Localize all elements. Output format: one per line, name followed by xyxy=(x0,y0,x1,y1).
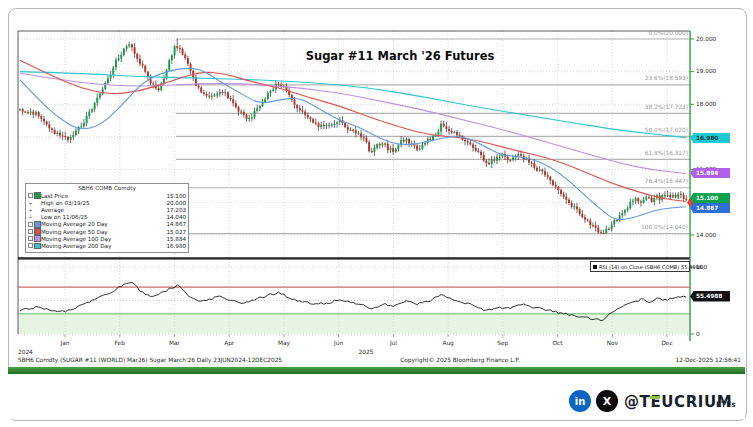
legend-label: Moving Average 100 Day xyxy=(41,236,166,242)
candle-body xyxy=(629,202,631,208)
candle-body xyxy=(563,194,565,197)
candle-body xyxy=(240,112,242,113)
candle-body xyxy=(405,139,407,141)
candle-body xyxy=(403,140,405,141)
linkedin-icon[interactable]: in xyxy=(569,390,591,412)
candle-body xyxy=(19,109,21,110)
candle-body xyxy=(571,203,573,207)
candle-body xyxy=(616,220,618,221)
y-tick-label: 14.000 xyxy=(696,232,716,239)
candle-body xyxy=(184,55,186,58)
candle-body xyxy=(270,91,272,93)
candle-body xyxy=(187,58,189,64)
ma-color-swatch-icon xyxy=(28,243,41,250)
candle-body xyxy=(35,112,37,114)
month-label-apr: Apr xyxy=(220,340,238,347)
legend-label: Last Price xyxy=(41,193,166,199)
candle-body xyxy=(381,143,383,145)
candle-body xyxy=(320,125,322,127)
legend-security-name: SBH6 COMB Comdty xyxy=(28,185,186,192)
candle-body xyxy=(139,59,141,64)
handle-char: U xyxy=(661,393,674,411)
candle-body xyxy=(304,112,306,115)
month-label-jun: Jun xyxy=(330,340,348,347)
month-label-jan: Jan xyxy=(56,340,74,347)
month-label-may: May xyxy=(275,340,293,347)
candle-body xyxy=(182,49,184,55)
candle-body xyxy=(80,126,82,127)
candle-body xyxy=(483,155,485,161)
chart-copyright: Copyright© 2025 Bloomberg Finance L.P. xyxy=(350,357,570,364)
candle-body xyxy=(190,64,192,71)
legend-row: +Average17.203 xyxy=(28,206,186,213)
candle-body xyxy=(680,194,682,195)
candle-body xyxy=(174,46,176,55)
fib-label: 76.4%(15.447) xyxy=(568,178,688,185)
avg-marker-icon: + xyxy=(28,207,41,213)
candle-body xyxy=(86,116,88,123)
candle-body xyxy=(136,54,138,59)
candle-body xyxy=(637,198,639,201)
candle-body xyxy=(560,190,562,194)
rsi-label-text: RSI (14) on Close (SBH6 COMB) 55.4988 xyxy=(599,264,702,270)
candle-body xyxy=(254,111,256,117)
candle-body xyxy=(451,131,453,133)
candle-body xyxy=(531,163,533,164)
legend-row: Moving Average 200 Day16.980 xyxy=(28,242,186,249)
x-twitter-icon[interactable]: X xyxy=(596,390,618,412)
candle-body xyxy=(416,146,418,150)
candle-body xyxy=(334,124,336,125)
candle-body xyxy=(443,124,445,127)
candle-body xyxy=(278,84,280,85)
legend-label: High on 03/19/25 xyxy=(41,200,166,206)
candle-body xyxy=(30,112,32,113)
candle-body xyxy=(573,206,575,207)
candle-body xyxy=(488,163,490,164)
candle-body xyxy=(581,214,583,217)
chart-title: Sugar #11 March '26 Futures xyxy=(306,49,495,63)
y-tick-label: 18.000 xyxy=(696,101,716,108)
candle-body xyxy=(363,137,365,138)
last-marker-icon xyxy=(28,192,41,199)
candle-body xyxy=(88,112,90,116)
year-label-2025: 2025 xyxy=(352,349,380,356)
month-label-feb: Feb xyxy=(111,340,129,347)
candle-body xyxy=(208,96,210,97)
candle-body xyxy=(627,208,629,210)
candle-body xyxy=(158,88,160,90)
candle-body xyxy=(624,210,626,213)
rsi-value-badge: 55.4988 xyxy=(690,291,730,302)
candle-body xyxy=(299,108,301,110)
candle-body xyxy=(67,137,69,140)
legend-label: Moving Average 50 Day xyxy=(41,229,166,235)
legend-row: Moving Average 50 Day15.027 xyxy=(28,228,186,235)
candle-body xyxy=(568,200,570,203)
candle-body xyxy=(512,157,514,159)
candle-body xyxy=(376,144,378,148)
candle-body xyxy=(509,160,511,161)
ma-color-swatch-icon xyxy=(28,228,41,235)
candle-body xyxy=(565,197,567,200)
candle-body xyxy=(40,116,42,119)
candle-body xyxy=(520,154,522,156)
candle-body xyxy=(360,133,362,137)
candle-body xyxy=(118,58,120,60)
legend-value: 14.867 xyxy=(166,221,186,227)
candle-body xyxy=(131,44,133,47)
candle-body xyxy=(536,168,538,171)
legend-value: 20.000 xyxy=(166,200,186,206)
candle-body xyxy=(326,125,328,126)
candle-body xyxy=(318,123,320,127)
candle-body xyxy=(352,130,354,131)
price-badge: 16.980 xyxy=(690,133,730,144)
candle-body xyxy=(331,124,333,125)
handle-char: C xyxy=(674,393,686,411)
candle-body xyxy=(621,213,623,215)
legend-value: 14.040 xyxy=(166,214,186,220)
candle-body xyxy=(456,132,458,135)
candle-body xyxy=(99,94,101,98)
candle-body xyxy=(677,194,679,198)
candle-body xyxy=(51,128,53,130)
candle-body xyxy=(64,136,66,137)
candle-body xyxy=(432,136,434,140)
